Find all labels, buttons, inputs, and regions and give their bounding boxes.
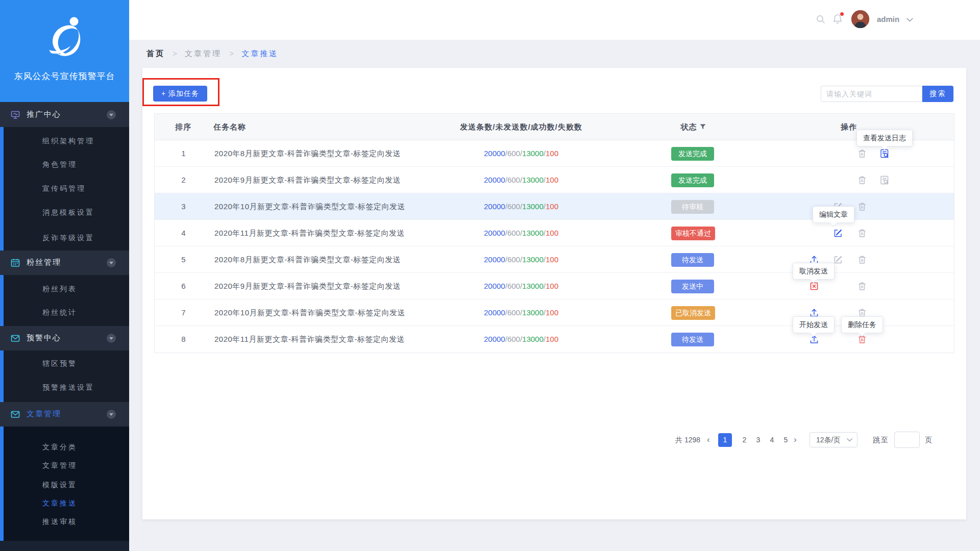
- col-header-order: 排序: [155, 114, 212, 140]
- task-name: 2020年10月新更文章-科普诈骗类型文章-标签定向发送: [214, 193, 405, 220]
- status-badge: 待审核: [671, 200, 714, 214]
- pagination-prev-icon[interactable]: ‹: [707, 432, 710, 448]
- breadcrumb: 首页 > 文章管理 > 文章推送: [146, 49, 278, 59]
- edit-icon[interactable]: [833, 228, 843, 238]
- sidebar-item-角色管理[interactable]: 角色管理: [42, 160, 77, 169]
- row-order: 1: [155, 140, 212, 167]
- row-order: 3: [155, 193, 212, 220]
- page-size-select[interactable]: 12条/页: [810, 432, 857, 447]
- pagination-page-3[interactable]: 3: [751, 432, 765, 448]
- status-badge: 发送完成: [671, 173, 714, 187]
- submenu-accent-strip: [0, 275, 4, 326]
- sidebar-item-推送审核[interactable]: 推送审核: [42, 517, 77, 527]
- add-task-button[interactable]: + 添加任务: [153, 86, 207, 102]
- delete-icon[interactable]: [857, 202, 867, 212]
- delete-icon[interactable]: [857, 148, 867, 159]
- task-name: 2020年10月新更文章-科普诈骗类型文章-标签定向发送: [214, 299, 405, 326]
- row-order: 6: [155, 273, 212, 299]
- mail-icon: [11, 410, 20, 419]
- breadcrumb-home[interactable]: 首页: [146, 49, 165, 58]
- sidebar-item-粉丝统计[interactable]: 粉丝统计: [42, 308, 77, 317]
- pagination-page-4[interactable]: 4: [765, 432, 779, 448]
- row-order: 8: [155, 326, 212, 353]
- search-input[interactable]: [821, 86, 922, 102]
- tooltip: 编辑文章: [813, 206, 854, 223]
- sidebar-item-消息模板设置[interactable]: 消息模板设置: [42, 208, 94, 217]
- tooltip: 取消发送: [793, 263, 835, 280]
- jump-page-input[interactable]: [894, 432, 920, 448]
- sidebar-item-文章分类[interactable]: 文章分类: [42, 443, 77, 452]
- table-header: 排序 任务名称 发送条数/未发送数/成功数/失败数 状态 操作: [155, 114, 954, 140]
- status-badge: 审核不通过: [671, 227, 715, 240]
- delete-icon[interactable]: [857, 175, 867, 185]
- delete-icon[interactable]: [857, 228, 867, 238]
- sidebar-group-0[interactable]: 推广中心: [0, 103, 129, 127]
- sidebar-item-预警推送设置[interactable]: 预警推送设置: [42, 383, 94, 392]
- breadcrumb-article-mgmt[interactable]: 文章管理: [185, 49, 222, 58]
- pagination-page-2[interactable]: 2: [738, 432, 751, 448]
- sidebar-item-宣传码管理[interactable]: 宣传码管理: [42, 184, 86, 193]
- sidebar-item-组织架构管理[interactable]: 组织架构管理: [42, 137, 94, 146]
- search-button[interactable]: 搜索: [922, 86, 953, 102]
- row-order: 4: [155, 220, 212, 246]
- col-header-name: 任务名称: [213, 114, 246, 140]
- sidebar-group-1[interactable]: 粉丝管理: [0, 251, 129, 275]
- sidebar-bottom-band: [0, 541, 129, 551]
- sidebar-item-辖区预警[interactable]: 辖区预警: [42, 359, 77, 368]
- collapse-toggle-icon[interactable]: [107, 410, 116, 419]
- search-icon[interactable]: [816, 14, 826, 24]
- send-counts: 20000/600/13000/100: [439, 140, 603, 167]
- tooltip: 开始发送: [793, 316, 835, 333]
- table-row[interactable]: 2 2020年9月新更文章-科普诈骗类型文章-标签定向发送 20000/600/…: [155, 167, 954, 193]
- collapse-toggle-icon[interactable]: [107, 334, 116, 343]
- view-log-icon[interactable]: [879, 175, 890, 185]
- avatar[interactable]: [851, 10, 869, 28]
- send-counts: 20000/600/13000/100: [439, 299, 603, 326]
- breadcrumb-separator: >: [229, 49, 234, 58]
- screen: 东风公众号宣传预警平台 推广中心 组织架构管理角色管理宣传码管理消息模板设置反诈…: [0, 0, 980, 551]
- username-label[interactable]: admin: [877, 15, 899, 23]
- status-badge: 发送完成: [671, 147, 714, 161]
- sidebar-group-2[interactable]: 预警中心: [0, 326, 129, 350]
- tooltip: 删除任务: [841, 316, 883, 333]
- submenu-accent-strip: [0, 127, 4, 251]
- status-badge: 待发送: [671, 333, 714, 346]
- sidebar-group-label: 文章管理: [27, 409, 61, 419]
- sidebar-item-粉丝列表[interactable]: 粉丝列表: [42, 285, 77, 294]
- breadcrumb-current: 文章推送: [241, 49, 278, 58]
- task-name: 2020年8月新更文章-科普诈骗类型文章-标签定向发送: [214, 140, 401, 167]
- delete-icon[interactable]: [857, 281, 867, 291]
- send-counts: 20000/600/13000/100: [439, 167, 603, 193]
- sidebar-item-文章推送[interactable]: 文章推送: [42, 499, 77, 508]
- status-badge: 已取消发送: [671, 306, 715, 320]
- chevron-down-icon[interactable]: [906, 18, 913, 22]
- funnel-icon[interactable]: [700, 124, 706, 130]
- sidebar-group-3[interactable]: 文章管理: [0, 402, 129, 427]
- submenu-accent-strip: [0, 350, 4, 402]
- sidebar-item-文章管理[interactable]: 文章管理: [42, 461, 77, 470]
- task-name: 2020年8月新更文章-科普诈骗类型文章-标签定向发送: [214, 246, 401, 273]
- sidebar-submenu: 辖区预警预警推送设置: [0, 350, 129, 402]
- pagination: 共 1298 ‹ 12345 › 12条/页 跳至 页: [142, 432, 966, 448]
- task-table: 排序 任务名称 发送条数/未发送数/成功数/失败数 状态 操作 1 2020年8…: [154, 113, 954, 353]
- collapse-toggle-icon[interactable]: [107, 110, 116, 119]
- pagination-next-icon[interactable]: ›: [794, 432, 797, 448]
- delete-icon[interactable]: [857, 255, 867, 265]
- mail-icon: [11, 334, 20, 343]
- table-row[interactable]: 1 2020年8月新更文章-科普诈骗类型文章-标签定向发送 20000/600/…: [155, 140, 954, 167]
- send-counts: 20000/600/13000/100: [439, 246, 603, 273]
- status-badge: 待发送: [671, 253, 714, 267]
- send-counts: 20000/600/13000/100: [439, 273, 603, 299]
- sidebar-item-反诈等级设置[interactable]: 反诈等级设置: [42, 234, 94, 243]
- collapse-toggle-icon[interactable]: [107, 258, 116, 267]
- breadcrumb-separator: >: [173, 49, 177, 58]
- pagination-page-1[interactable]: 1: [718, 433, 732, 447]
- sidebar-group-label: 推广中心: [27, 110, 61, 119]
- sidebar-group-label: 预警中心: [27, 333, 61, 343]
- content-card: + 添加任务 搜索 排序 任务名称 发送条数/未发送数/成功数/失败数 状态 操…: [142, 68, 966, 519]
- jump-to-label: 跳至: [873, 432, 889, 448]
- sidebar-item-模版设置[interactable]: 模版设置: [42, 481, 77, 490]
- pagination-page-5[interactable]: 5: [779, 432, 793, 448]
- edit-icon[interactable]: [833, 255, 843, 265]
- page-suffix-label: 页: [925, 432, 932, 448]
